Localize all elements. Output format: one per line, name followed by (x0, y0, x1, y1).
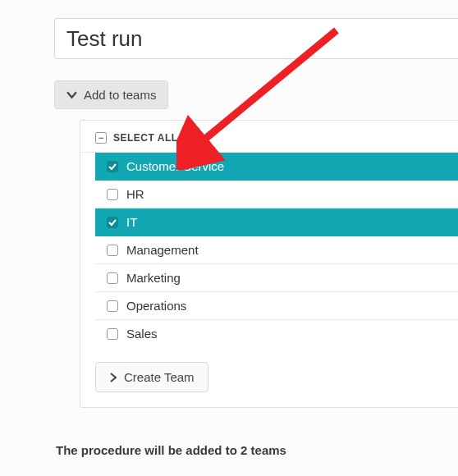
team-row[interactable]: Management (95, 236, 458, 264)
teams-panel: − SELECT ALL Customer ServiceHRITManagem… (80, 120, 458, 408)
team-label: Sales (126, 327, 158, 341)
team-row[interactable]: Customer Service (95, 153, 458, 181)
team-checkbox[interactable] (107, 272, 118, 284)
add-to-teams-label: Add to teams (84, 88, 156, 102)
team-label: HR (126, 187, 144, 201)
team-row[interactable]: IT (95, 208, 458, 236)
create-team-button[interactable]: Create Team (95, 362, 208, 392)
select-all-label: SELECT ALL (113, 132, 178, 144)
chevron-down-icon (66, 89, 77, 100)
team-label: IT (126, 215, 137, 229)
add-to-teams-button[interactable]: Add to teams (54, 80, 168, 109)
team-checkbox[interactable] (107, 300, 118, 312)
team-checkbox[interactable] (107, 161, 118, 172)
team-row[interactable]: HR (95, 181, 458, 208)
team-label: Customer Service (126, 159, 224, 173)
summary-text: The procedure will be added to 2 teams (56, 443, 286, 457)
team-checkbox[interactable] (107, 217, 118, 228)
check-icon (108, 162, 117, 171)
team-checkbox[interactable] (107, 245, 118, 256)
team-row[interactable]: Sales (95, 320, 458, 347)
team-label: Operations (126, 299, 186, 313)
procedure-title-input[interactable] (54, 18, 458, 59)
team-checkbox[interactable] (107, 328, 118, 340)
team-checkbox[interactable] (107, 189, 118, 200)
team-row[interactable]: Marketing (95, 264, 458, 292)
chevron-right-icon (109, 373, 117, 382)
create-team-label: Create Team (124, 370, 195, 384)
check-icon (108, 218, 117, 227)
select-all-checkbox-partial-icon[interactable]: − (95, 132, 107, 144)
select-all-row[interactable]: − SELECT ALL (80, 132, 458, 153)
team-label: Marketing (126, 271, 181, 285)
team-row[interactable]: Operations (95, 292, 458, 320)
team-label: Management (126, 243, 199, 257)
